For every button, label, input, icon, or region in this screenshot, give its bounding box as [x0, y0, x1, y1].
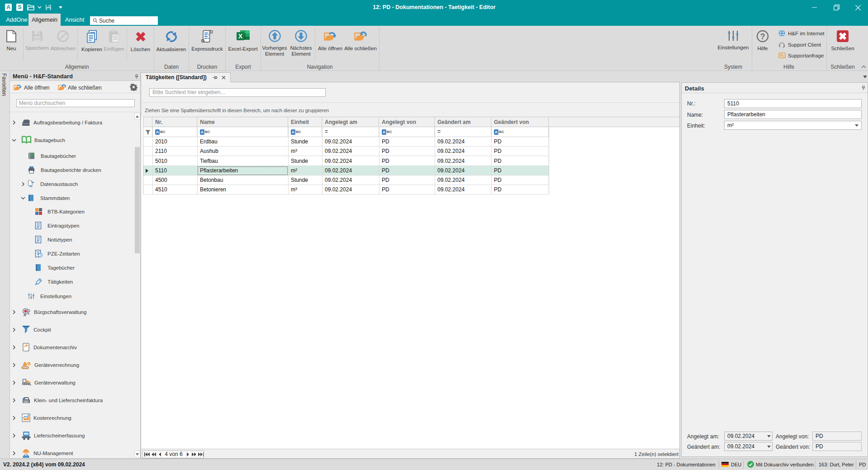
svg-text:?: ? [760, 32, 765, 41]
svg-text:X: X [238, 33, 242, 40]
